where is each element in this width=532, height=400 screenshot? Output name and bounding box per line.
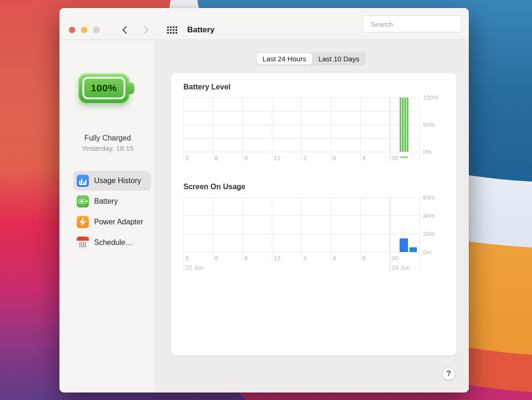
zoom-button[interactable] — [93, 27, 100, 33]
data-bar — [402, 97, 404, 152]
content-area: Last 24 Hours Last 10 Days Battery Level… — [156, 40, 469, 393]
chevron-right-icon — [144, 26, 149, 34]
v-gridline — [272, 97, 272, 161]
help-button[interactable]: ? — [442, 367, 455, 380]
x-tick-label: 6 — [333, 155, 336, 162]
battery-icon — [77, 195, 89, 207]
screen-on-usage-chart: 369123690060m40m20m0m22 Jun23 Jun — [183, 197, 419, 252]
y-tick-label: 60m — [423, 194, 435, 201]
calendar-icon — [77, 237, 89, 249]
x-tick-label: 6 — [215, 155, 218, 162]
v-gridline — [213, 197, 213, 261]
usage-history-card: Battery Level 3691236900100%50%0% Screen… — [171, 73, 457, 356]
v-gridline — [390, 97, 390, 161]
x-tick-label: 6 — [215, 255, 218, 262]
v-gridline — [360, 197, 361, 261]
x-tick-label: 3 — [303, 155, 306, 162]
search-input[interactable] — [371, 20, 464, 28]
date-label: 23 Jun — [392, 264, 410, 271]
x-tick-label: 12 — [274, 155, 280, 162]
time-range-segmented-control: Last 24 Hours Last 10 Days — [256, 52, 366, 65]
v-gridline — [213, 97, 213, 161]
x-tick-label: 3 — [303, 255, 306, 262]
charge-status-time: Yesterday, 18:15 — [59, 144, 156, 152]
v-gridline — [419, 197, 420, 273]
x-tick-label: 3 — [185, 155, 189, 162]
data-bar — [404, 97, 406, 152]
v-gridline — [301, 197, 302, 261]
x-tick-label: 6 — [333, 255, 336, 262]
y-tick-label: 0m — [423, 249, 431, 256]
screen-on-usage-chart-title: Screen On Usage — [183, 183, 246, 191]
x-tick-label: 00 — [392, 155, 398, 162]
sidebar-item-power-adapter[interactable]: Power Adapter — [73, 212, 151, 232]
sidebar-list: Usage History Battery Power Adapter — [73, 171, 151, 253]
data-bar — [400, 238, 408, 252]
battery-percent-label: 100% — [79, 73, 129, 103]
tab-last-24-hours[interactable]: Last 24 Hours — [256, 53, 312, 65]
forward-button[interactable] — [139, 23, 153, 37]
charging-indicator-strip — [400, 156, 408, 158]
lightning-icon — [77, 216, 89, 228]
data-bar — [409, 247, 417, 252]
v-gridline — [242, 97, 243, 161]
sidebar-item-schedule[interactable]: Schedule… — [73, 233, 151, 252]
x-tick-label: 9 — [244, 155, 248, 162]
sidebar-item-battery[interactable]: Battery — [73, 192, 151, 211]
v-gridline — [360, 97, 361, 161]
minimize-button[interactable] — [81, 27, 87, 33]
data-bar — [400, 97, 401, 152]
sidebar-item-label: Battery — [94, 197, 118, 206]
sidebar: 100% Fully Charged Yesterday, 18:15 Usag… — [59, 40, 156, 393]
close-button[interactable] — [69, 27, 75, 33]
show-all-grid-icon[interactable] — [165, 24, 179, 36]
tab-last-10-days[interactable]: Last 10 Days — [312, 53, 365, 65]
sidebar-item-usage-history[interactable]: Usage History — [73, 171, 151, 191]
y-tick-label: 50% — [423, 121, 435, 128]
window-title: Battery — [187, 25, 215, 35]
v-gridline — [390, 197, 390, 273]
charge-status: Fully Charged Yesterday, 18:15 — [59, 134, 156, 152]
battery-level-chart-title: Battery Level — [183, 83, 231, 91]
back-button[interactable] — [118, 23, 131, 37]
y-tick-label: 0% — [423, 148, 432, 156]
data-bar — [407, 97, 408, 152]
date-label: 22 Jun — [185, 264, 204, 271]
charge-status-text: Fully Charged — [59, 134, 156, 142]
y-tick-label: 40m — [423, 212, 435, 219]
battery-level-graphic: 100% — [79, 73, 136, 103]
search-field[interactable] — [362, 15, 461, 32]
v-gridline — [242, 197, 243, 261]
bar-chart-icon — [77, 175, 89, 187]
x-tick-label: 3 — [185, 255, 189, 262]
toolbar: Battery — [59, 8, 469, 40]
x-tick-label: 12 — [274, 255, 280, 262]
v-gridline — [183, 97, 184, 161]
sidebar-item-label: Schedule… — [94, 238, 133, 247]
sidebar-item-label: Power Adapter — [94, 218, 143, 226]
x-tick-label: 9 — [244, 255, 248, 262]
v-gridline — [331, 197, 331, 261]
traffic-lights — [69, 27, 100, 33]
y-tick-label: 100% — [423, 94, 438, 101]
battery-level-chart: 3691236900100%50%0% — [183, 97, 419, 152]
v-gridline — [301, 97, 302, 161]
x-tick-label: 9 — [362, 155, 365, 162]
x-tick-label: 00 — [392, 255, 398, 262]
battery-preferences-window: Battery 100% Fully Charged Yesterday, 18… — [59, 8, 469, 393]
y-tick-label: 20m — [423, 230, 435, 237]
sidebar-item-label: Usage History — [94, 177, 141, 185]
v-gridline — [183, 197, 184, 273]
x-tick-label: 9 — [362, 255, 365, 262]
v-gridline — [419, 97, 420, 161]
chevron-left-icon — [122, 26, 127, 34]
v-gridline — [331, 97, 331, 161]
v-gridline — [272, 197, 272, 261]
